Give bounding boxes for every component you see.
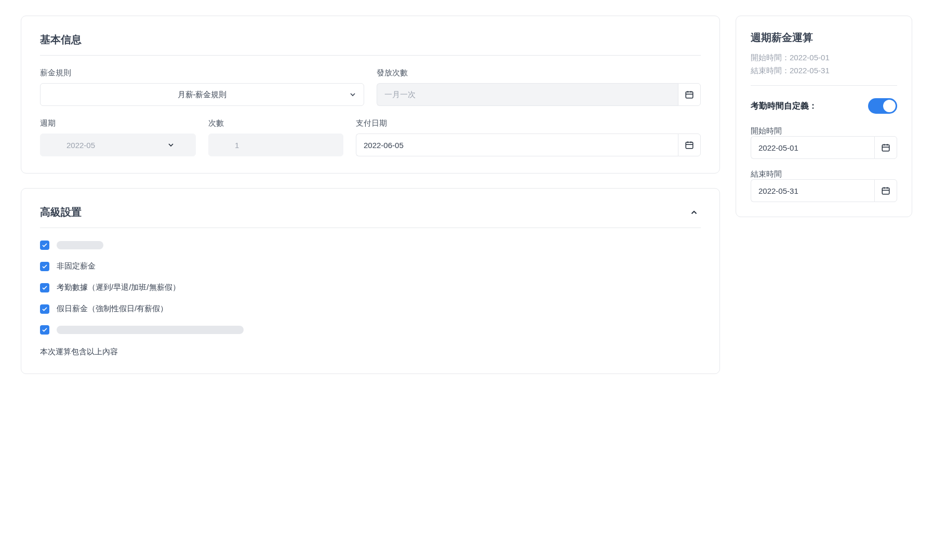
check-list: 非固定薪金 考勤數據（遲到/早退/加班/無薪假） 假日薪金（強制性假日/有薪假）: [40, 241, 701, 335]
start-info-label: 開始時間：: [751, 53, 790, 62]
end-time-value: 2022-05-31: [758, 186, 798, 195]
period-calc-title: 週期薪金運算: [751, 31, 897, 45]
end-info: 結束時間：2022-05-31: [751, 66, 897, 76]
checkbox[interactable]: [40, 304, 49, 314]
end-time-label: 結束時間: [751, 169, 782, 178]
svg-rect-8: [882, 145, 889, 151]
attendance-toggle[interactable]: [868, 98, 897, 114]
end-time-field: 結束時間 2022-05-31: [751, 169, 897, 202]
check-item: 假日薪金（強制性假日/有薪假）: [40, 304, 701, 314]
check-label: 非固定薪金: [57, 261, 96, 271]
pay-date-input[interactable]: 2022-06-05: [356, 134, 678, 156]
end-info-value: 2022-05-31: [790, 66, 830, 75]
calendar-icon: [685, 90, 694, 99]
toggle-thumb: [883, 100, 896, 112]
basic-info-card: 基本信息 薪金規則 月薪-薪金規則 發放次數: [21, 16, 720, 174]
period-field: 週期 2022-05: [40, 118, 196, 156]
calendar-icon: [881, 186, 890, 195]
salary-rule-label: 薪金規則: [40, 68, 364, 78]
period-select[interactable]: 2022-05: [40, 134, 196, 156]
start-time-calendar-button[interactable]: [874, 136, 897, 159]
end-time-input[interactable]: 2022-05-31: [751, 179, 874, 202]
calendar-icon: [881, 143, 890, 152]
period-value: 2022-05: [66, 141, 95, 150]
chevron-up-icon: [689, 208, 699, 217]
svg-rect-0: [686, 92, 693, 98]
skeleton-placeholder: [57, 241, 103, 249]
check-item: [40, 325, 701, 335]
check-icon: [42, 327, 48, 333]
check-item: 考勤數據（遲到/早退/加班/無薪假）: [40, 283, 701, 292]
checkbox[interactable]: [40, 262, 49, 271]
period-label: 週期: [40, 118, 196, 128]
checkbox[interactable]: [40, 241, 49, 250]
checkbox[interactable]: [40, 325, 49, 335]
count-value: 1: [235, 141, 239, 150]
period-calc-card: 週期薪金運算 開始時間：2022-05-01 結束時間：2022-05-31 考…: [736, 16, 912, 217]
start-info: 開始時間：2022-05-01: [751, 53, 897, 63]
collapse-button[interactable]: [687, 206, 701, 219]
pay-date-field: 支付日期 2022-06-05: [356, 118, 701, 156]
end-time-calendar-button[interactable]: [874, 179, 897, 202]
pay-times-field: 發放次數 一月一次: [377, 68, 701, 106]
count-field: 次數 1: [208, 118, 343, 156]
pay-date-calendar-button[interactable]: [678, 134, 701, 156]
salary-rule-field: 薪金規則 月薪-薪金規則: [40, 68, 364, 106]
advanced-footer-note: 本次運算包含以上內容: [40, 347, 701, 357]
start-time-value: 2022-05-01: [758, 143, 798, 152]
basic-info-title: 基本信息: [40, 33, 701, 47]
pay-date-label: 支付日期: [356, 118, 701, 128]
start-time-label: 開始時間: [751, 126, 782, 135]
end-info-label: 結束時間：: [751, 66, 790, 75]
check-label: 假日薪金（強制性假日/有薪假）: [57, 304, 168, 314]
attendance-toggle-label: 考勤時間自定義：: [751, 101, 817, 112]
pay-date-value: 2022-06-05: [364, 141, 404, 150]
advanced-settings-card: 高級設置 非: [21, 188, 720, 374]
check-icon: [42, 263, 48, 270]
start-info-value: 2022-05-01: [790, 53, 830, 62]
start-time-field: 開始時間 2022-05-01: [751, 126, 897, 159]
pay-times-label: 發放次數: [377, 68, 701, 78]
check-item: [40, 241, 701, 250]
divider: [751, 85, 897, 86]
svg-rect-12: [882, 188, 889, 194]
skeleton-placeholder: [57, 326, 244, 334]
checkbox[interactable]: [40, 283, 49, 292]
check-label: 考勤數據（遲到/早退/加班/無薪假）: [57, 283, 180, 292]
count-input[interactable]: 1: [208, 134, 343, 156]
check-item: 非固定薪金: [40, 261, 701, 271]
pay-times-calendar-button[interactable]: [678, 83, 701, 106]
pay-times-input[interactable]: 一月一次: [377, 83, 678, 106]
start-time-input[interactable]: 2022-05-01: [751, 136, 874, 159]
advanced-settings-title: 高級設置: [40, 205, 82, 219]
divider: [40, 55, 701, 56]
svg-rect-4: [686, 142, 693, 149]
check-icon: [42, 285, 48, 291]
count-label: 次數: [208, 118, 343, 128]
check-icon: [42, 242, 48, 248]
pay-times-placeholder: 一月一次: [384, 90, 416, 100]
salary-rule-value: 月薪-薪金規則: [178, 90, 227, 100]
salary-rule-select[interactable]: 月薪-薪金規則: [40, 83, 364, 106]
divider: [40, 228, 701, 228]
calendar-icon: [685, 140, 694, 150]
check-icon: [42, 306, 48, 312]
